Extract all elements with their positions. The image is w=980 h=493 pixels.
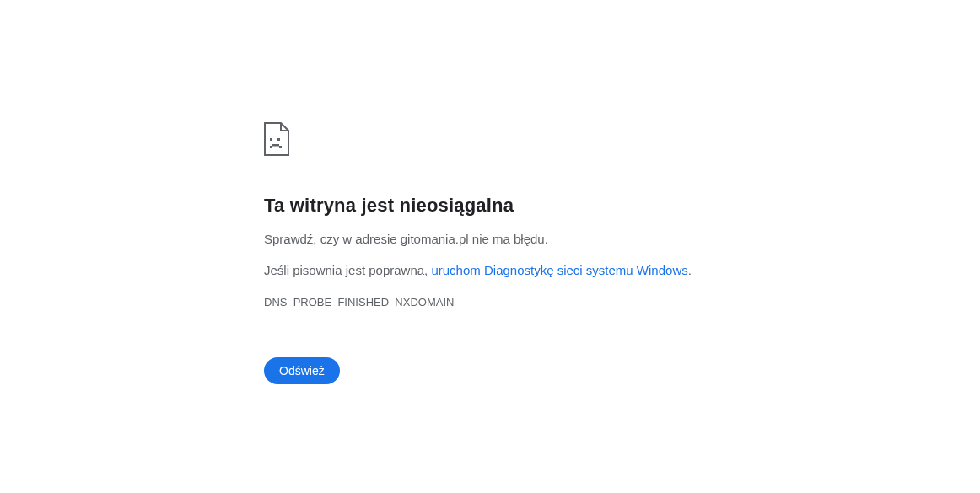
reload-button[interactable]: Odśwież — [264, 357, 340, 384]
line1-domain: gitomania.pl — [401, 232, 469, 246]
svg-rect-4 — [279, 146, 282, 148]
line2-pre: Jeśli pisownia jest poprawna, — [264, 263, 431, 277]
line1-post: nie ma błędu. — [469, 232, 548, 246]
diagnostics-link[interactable]: uruchom Diagnostykę sieci systemu Window… — [431, 263, 687, 277]
svg-rect-2 — [270, 146, 272, 148]
error-title: Ta witryna jest nieosiągalna — [264, 195, 719, 217]
svg-rect-3 — [272, 144, 279, 147]
line2-post: . — [688, 263, 692, 277]
svg-rect-0 — [270, 138, 272, 141]
error-check-address: Sprawdź, czy w adresie gitomania.pl nie … — [264, 232, 719, 246]
error-suggestion: Jeśli pisownia jest poprawna, uruchom Di… — [264, 263, 719, 277]
line1-pre: Sprawdź, czy w adresie — [264, 232, 401, 246]
sad-page-icon — [264, 122, 719, 159]
error-page: Ta witryna jest nieosiągalna Sprawdź, cz… — [264, 122, 719, 384]
error-code: DNS_PROBE_FINISHED_NXDOMAIN — [264, 296, 719, 308]
svg-rect-1 — [277, 138, 280, 141]
